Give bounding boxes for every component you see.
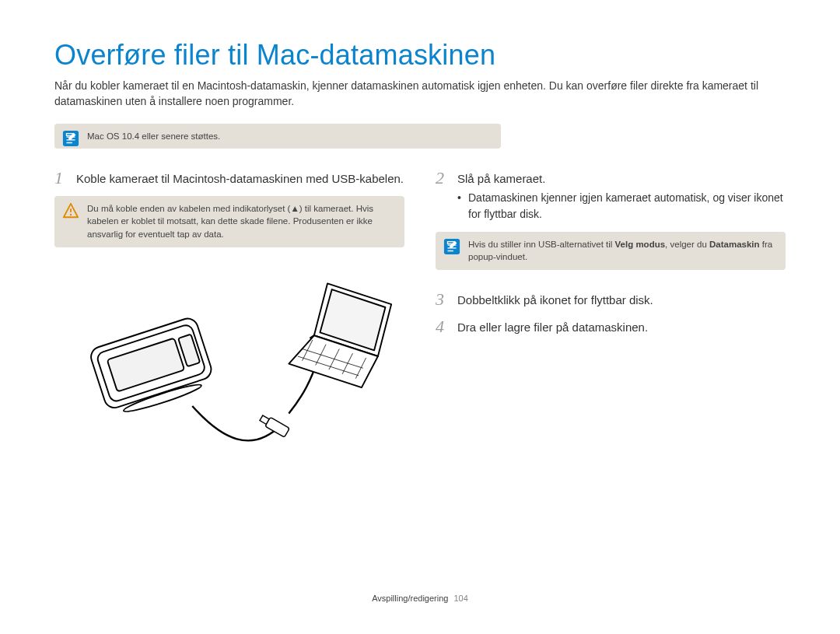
step-4: 4 Dra eller lagre filer på datamaskinen.: [436, 317, 786, 337]
note-top-text: Mac OS 10.4 eller senere støttes.: [87, 131, 220, 141]
warning-box: Du må koble enden av kabelen med indikat…: [54, 196, 404, 247]
footer-page-number: 104: [453, 594, 467, 603]
intro-text: Når du kobler kameraet til en Macintosh-…: [54, 78, 786, 110]
step-2-number: 2: [436, 169, 450, 222]
note-box-right: Hvis du stiller inn USB-alternativet til…: [436, 232, 786, 270]
footer-section: Avspilling/redigering: [372, 594, 448, 603]
warning-text: Du må koble enden av kabelen med indikat…: [87, 204, 373, 239]
note-right-text: Hvis du stiller inn USB-alternativet til…: [468, 240, 772, 262]
step-2-text: Slå på kameraet.: [457, 170, 786, 188]
step-2-bullet: Datamaskinen kjenner igjen kameraet auto…: [457, 190, 786, 222]
left-column: 1 Koble kameraet til Macintosh-datamaski…: [54, 169, 404, 478]
page-title: Overføre filer til Mac-datamaskinen: [54, 39, 786, 72]
page-footer: Avspilling/redigering 104: [0, 594, 840, 603]
note-box-top: Mac OS 10.4 eller senere støttes.: [54, 124, 501, 149]
note-icon: [443, 238, 460, 255]
warning-icon: [62, 202, 79, 219]
step-3-text: Dobbeltklikk på ikonet for flyttbar disk…: [457, 290, 786, 310]
step-3: 3 Dobbeltklikk på ikonet for flyttbar di…: [436, 290, 786, 310]
right-column: 2 Slå på kameraet. Datamaskinen kjenner …: [436, 169, 786, 478]
step-4-text: Dra eller lagre filer på datamaskinen.: [457, 317, 786, 337]
step-4-number: 4: [436, 317, 450, 337]
step-2: 2 Slå på kameraet. Datamaskinen kjenner …: [436, 169, 786, 222]
step-1-number: 1: [54, 169, 68, 188]
note-icon: [62, 130, 79, 147]
svg-point-2: [70, 214, 72, 215]
step-1: 1 Koble kameraet til Macintosh-datamaski…: [54, 169, 404, 188]
step-1-text: Koble kameraet til Macintosh-datamaskine…: [76, 169, 404, 188]
step-3-number: 3: [436, 290, 450, 310]
connection-illustration: [54, 268, 404, 478]
